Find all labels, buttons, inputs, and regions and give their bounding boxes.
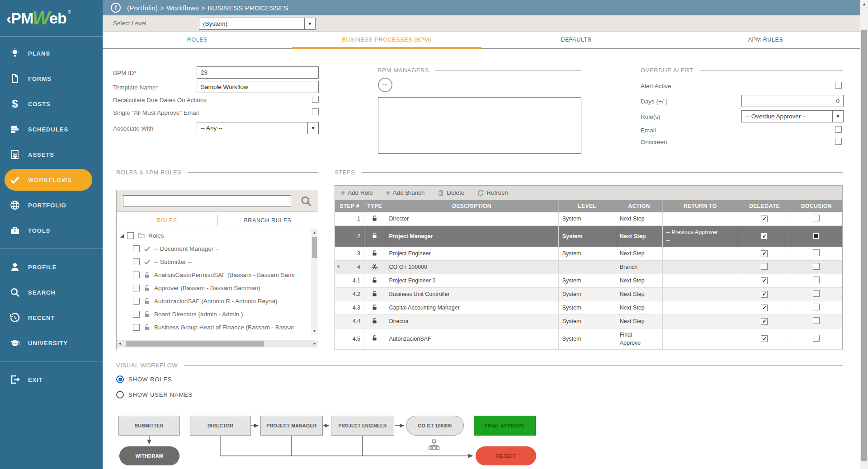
tab-apm-rules[interactable]: APM RULES: [671, 32, 860, 48]
recalculate-due-dates-checkbox[interactable]: [312, 96, 319, 103]
delegate-checkbox[interactable]: ✓: [761, 216, 768, 222]
search-icon[interactable]: [300, 195, 312, 207]
tree-item[interactable]: Board Directors (admin - Admin ): [117, 308, 311, 321]
delegate-checkbox[interactable]: ✓: [761, 291, 768, 298]
breadcrumb-portfolio-link[interactable]: (Portfolio): [127, 4, 158, 12]
scrollbar-thumb[interactable]: [312, 237, 317, 258]
tree-item[interactable]: Approver (Bassam - Bassam Samman): [117, 281, 311, 295]
sidebar-item-schedules[interactable]: SCHEDULES: [0, 117, 103, 142]
delete-button[interactable]: Delete: [437, 189, 464, 197]
docusign-checkbox[interactable]: [813, 215, 820, 221]
delegate-checkbox[interactable]: ✓: [761, 318, 768, 325]
scroll-up-icon[interactable]: ▲: [311, 229, 318, 236]
template-name-field[interactable]: [197, 81, 319, 93]
docusign-checkbox[interactable]: [813, 233, 820, 239]
roles-panel-tab-branch-rules[interactable]: BRANCH RULES: [217, 217, 318, 224]
docusign-checkbox[interactable]: [813, 335, 820, 342]
tree-item-checkbox[interactable]: [133, 298, 140, 305]
docusign-checkbox[interactable]: [813, 263, 820, 270]
step-row-4.4[interactable]: 4.4DirectorSystemNext Step✓: [335, 314, 842, 328]
sidebar-item-workflows[interactable]: WORKFLOWS: [0, 167, 103, 192]
step-row-1[interactable]: 1DirectorSystemNext Step✓: [335, 212, 842, 225]
delegate-checkbox[interactable]: ✓: [761, 233, 768, 239]
alert-active-checkbox[interactable]: [835, 82, 842, 89]
sidebar-item-portfolio[interactable]: PORTFOLIO: [0, 192, 103, 218]
tab-defaults[interactable]: DEFAULTS: [481, 32, 671, 48]
docusign-checkbox[interactable]: [813, 290, 820, 297]
scroll-up-icon[interactable]: ▲: [860, 0, 868, 8]
scroll-left-icon[interactable]: ◄: [117, 342, 123, 346]
tree-item[interactable]: -- Document Manager --: [117, 242, 311, 255]
step-row-4.5[interactable]: 4.5AutorizacionSAFSystemFinal Approve✓: [335, 328, 842, 349]
expand-collapse-icon[interactable]: [120, 234, 124, 238]
bpm-managers-picker-button[interactable]: •••: [378, 78, 392, 92]
sidebar-item-tools[interactable]: TOOLS: [0, 218, 103, 243]
delegate-checkbox[interactable]: [761, 263, 768, 270]
show-roles-radio[interactable]: SHOW ROLES: [116, 375, 172, 383]
step-row-4[interactable]: ▼4CO GT 100000Branch: [335, 260, 842, 274]
email-checkbox[interactable]: [835, 126, 842, 133]
sidebar-item-forms[interactable]: FORMS: [0, 66, 103, 91]
step-row-4.1[interactable]: 4.1Project Engineer 2SystemNext Step✓: [335, 274, 842, 287]
page-scrollbar[interactable]: ▲: [860, 0, 868, 469]
sidebar-item-plans[interactable]: PLANS: [0, 41, 103, 66]
tree-item-checkbox[interactable]: [133, 324, 140, 331]
tree-item[interactable]: AutorizacionSAF (Antonio.R - Antonio Rey…: [117, 295, 311, 308]
pmweb-logo[interactable]: ‹PMWeb®: [0, 0, 103, 36]
step-row-4.2[interactable]: 4.2Business Unit ControllerSystemNext St…: [335, 287, 842, 301]
tree-item[interactable]: AnalisisGastoPermisoSAF (Bassam - Bassam…: [117, 268, 311, 281]
step-row-2[interactable]: 2Project ManagerSystemNext Step-- Previo…: [335, 225, 842, 247]
docusign-checkbox[interactable]: [813, 277, 820, 283]
show-user-names-radio[interactable]: SHOW USER NAMES: [116, 391, 193, 399]
onscreen-checkbox[interactable]: [835, 138, 842, 145]
tree-item-checkbox[interactable]: [133, 311, 140, 318]
docusign-checkbox[interactable]: [813, 317, 820, 324]
associate-with-dropdown[interactable]: -- Any -- ▼: [197, 122, 319, 134]
roles-tree-vertical-scrollbar[interactable]: ▲ ▼: [311, 229, 318, 334]
sidebar-item-university[interactable]: UNIVERSITY: [0, 330, 103, 356]
tree-item[interactable]: Business Group Head of Finance (Bassam -…: [117, 321, 311, 334]
select-level-dropdown[interactable]: (System) ▼: [199, 18, 316, 30]
step-row-4.3[interactable]: 4.3Capital Accounting ManagerSystemNext …: [335, 301, 842, 314]
delegate-checkbox[interactable]: ✓: [761, 277, 768, 284]
tab-roles[interactable]: ROLES: [103, 32, 292, 48]
step-row-3[interactable]: 3Project EngineerSystemNext Step✓: [335, 247, 842, 260]
scroll-right-icon[interactable]: ►: [311, 342, 318, 346]
tree-item-checkbox[interactable]: [133, 272, 140, 278]
delegate-checkbox[interactable]: ✓: [761, 335, 768, 342]
docusign-checkbox[interactable]: [813, 304, 820, 310]
scroll-down-icon[interactable]: ▼: [311, 328, 318, 334]
info-icon[interactable]: i: [111, 3, 121, 13]
bpm-id-field[interactable]: [197, 66, 319, 79]
collapse-branch-icon[interactable]: ▼: [336, 264, 340, 269]
add-role-button[interactable]: +Add Role: [340, 189, 373, 196]
scrollbar-thumb[interactable]: [126, 341, 264, 347]
delegate-checkbox[interactable]: ✓: [761, 305, 768, 311]
refresh-button[interactable]: Refresh: [477, 189, 508, 197]
tree-item[interactable]: [117, 334, 311, 334]
tab-business-processes-bpm-[interactable]: BUSINESS PROCESSES (BPM): [292, 32, 481, 48]
sidebar-item-profile[interactable]: PROFILE: [0, 254, 103, 280]
roles-panel-tab-roles[interactable]: ROLES: [117, 217, 217, 224]
tree-item-checkbox[interactable]: [133, 258, 140, 265]
roles-tree-horizontal-scrollbar[interactable]: ◄ ►: [117, 340, 318, 347]
tree-item[interactable]: -- Submitter --: [117, 255, 311, 268]
tree-root-row[interactable]: Roles: [117, 229, 311, 242]
sidebar-item-search[interactable]: SEARCH: [0, 280, 103, 305]
overdue-roles-dropdown[interactable]: -- Overdue Approver -- ▼: [741, 110, 844, 122]
sidebar-item-assets[interactable]: ASSETS: [0, 142, 103, 167]
delegate-checkbox[interactable]: ✓: [761, 250, 768, 257]
tree-item-checkbox[interactable]: [133, 245, 140, 252]
sidebar-item-exit[interactable]: EXIT: [0, 367, 103, 392]
bpm-managers-box[interactable]: [378, 97, 581, 154]
sidebar-item-recent[interactable]: RECENT: [0, 305, 103, 330]
add-branch-button[interactable]: +Add Branch: [386, 189, 425, 196]
tree-item-checkbox[interactable]: [133, 285, 140, 291]
days-field[interactable]: [741, 95, 844, 107]
sidebar-item-costs[interactable]: $COSTS: [0, 91, 103, 117]
tree-root-checkbox[interactable]: [127, 232, 134, 239]
roles-search-input[interactable]: [123, 195, 291, 207]
single-approve-email-checkbox[interactable]: [312, 108, 319, 115]
docusign-checkbox[interactable]: [813, 249, 820, 256]
scrollbar-thumb[interactable]: [861, 30, 867, 461]
